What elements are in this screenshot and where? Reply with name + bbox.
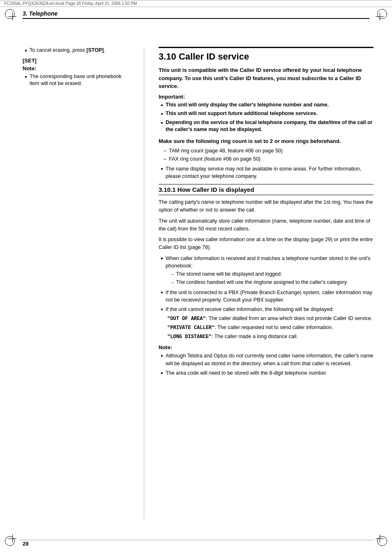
important-label: Important:	[159, 94, 374, 100]
left-column: To cancel erasing, press [STOP]. [SET] N…	[23, 47, 129, 519]
important-item-2: This unit will not support future additi…	[161, 110, 374, 117]
file-info-text: FC255AL-PFQX2639ZA-en.book Page 28 Frida…	[4, 1, 137, 6]
important-list: This unit will only display the caller's…	[159, 101, 374, 134]
right-note-item-2: The area code will need to be stored wit…	[161, 369, 374, 377]
crosshair-br	[376, 534, 384, 543]
right-note-item-1: Although Telstra and Optus do not curren…	[161, 352, 374, 367]
important-item-1: This unit will only display the caller's…	[161, 101, 374, 109]
page-number: 28	[23, 541, 28, 547]
page-container: FC255AL-PFQX2639ZA-en.book Page 28 Frida…	[0, 0, 392, 555]
para1: The calling party's name or telephone nu…	[159, 198, 374, 214]
bullet1-nested-1: The stored name will be displayed and lo…	[171, 271, 374, 278]
ring-count-list: TAM ring count (page 48, feature #06 on …	[159, 147, 374, 163]
main-bullet-2: If the unit is connected to a PBX (Priva…	[161, 289, 374, 304]
file-info-bar: FC255AL-PFQX2639ZA-en.book Page 28 Frida…	[0, 0, 392, 7]
code-item-2: "PRIVATE CALLER": The caller requested n…	[167, 324, 372, 332]
crosshair-tr	[376, 12, 384, 21]
para3: It is possible to view caller informatio…	[159, 236, 374, 251]
ring-dash-2: FAX ring count (feature #06 on page 50)	[164, 156, 374, 163]
left-note-list: The corresponding base unit phonebook it…	[23, 73, 129, 88]
after-dash-item-1: The name display service may not be avai…	[161, 165, 374, 180]
bullet1-nested: The stored name will be displayed and lo…	[166, 271, 374, 286]
cancel-list: To cancel erasing, press [STOP].	[23, 47, 129, 54]
important-item-3: Depending on the service of the local te…	[161, 119, 374, 134]
right-column: 3.10 Caller ID service This unit is comp…	[159, 47, 374, 519]
code-item-1: "OUT OF AREA": The caller dialled from a…	[167, 315, 372, 322]
cancel-item: To cancel erasing, press [STOP].	[25, 47, 129, 54]
right-note-label: Note:	[159, 344, 374, 350]
left-note-item: The corresponding base unit phonebook it…	[25, 73, 129, 88]
content-area: To cancel erasing, press [STOP]. [SET] N…	[0, 26, 392, 540]
sub-section-title: 3.10.1 How Caller ID is displayed	[159, 184, 374, 195]
crosshair-bl	[8, 534, 16, 543]
main-bullet-3: If the unit cannot receive caller inform…	[161, 306, 374, 342]
after-dash-list: The name display service may not be avai…	[159, 165, 374, 180]
section-heading: 3. Telephone	[23, 10, 369, 19]
code-item-3: "LONG DISTANCE": The caller made a long …	[167, 333, 372, 341]
column-divider	[144, 47, 144, 519]
intro-paragraph: This unit is compatible with the Caller …	[159, 66, 374, 90]
para2: The unit will automatically store caller…	[159, 217, 374, 233]
ring-count-para: Make sure the following ring count is se…	[159, 138, 374, 145]
right-note-list: Although Telstra and Optus do not curren…	[159, 352, 374, 376]
bullet1-nested-2: The cordless handset will use the ringto…	[171, 279, 374, 286]
bottom-rule	[18, 540, 374, 540]
section-title: 3.10 Caller ID service	[159, 47, 374, 62]
left-note-label: Note:	[23, 65, 129, 71]
main-bullet-1: When caller information is received and …	[161, 255, 374, 287]
step2-label: [SET]	[23, 58, 129, 64]
main-bullets: When caller information is received and …	[159, 255, 374, 342]
ring-dash-1: TAM ring count (page 48, feature #06 on …	[164, 147, 374, 155]
crosshair-tl	[8, 12, 16, 21]
